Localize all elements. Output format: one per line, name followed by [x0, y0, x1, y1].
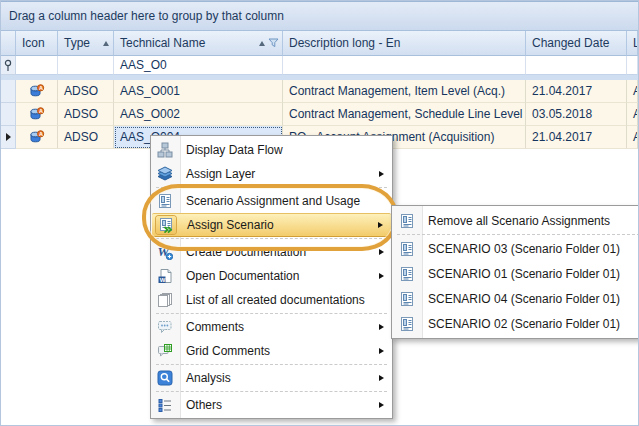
- column-header-description[interactable]: Description long - En: [283, 31, 526, 56]
- menu-item-grid-comments[interactable]: Grid Comments: [151, 339, 392, 363]
- submenu-arrow-icon: [379, 249, 384, 255]
- cell-type[interactable]: ADSO: [58, 80, 114, 103]
- layers-icon: [155, 165, 175, 183]
- adso-icon: A: [29, 84, 45, 98]
- menu-item-create-documentation[interactable]: WCreate Documentation: [151, 240, 392, 264]
- grid-comment-icon: [155, 342, 175, 360]
- sort-asc-icon: [103, 41, 109, 46]
- group-by-panel[interactable]: Drag a column header here to group by th…: [1, 1, 638, 31]
- svg-text:A: A: [38, 85, 42, 91]
- column-header-type[interactable]: Type: [58, 31, 114, 56]
- submenu-arrow-icon: [379, 375, 384, 381]
- cell-description[interactable]: Contract Management, Schedule Line Level…: [283, 103, 526, 126]
- submenu-arrow-icon: [379, 171, 384, 177]
- table-row[interactable]: AADSOAAS_O002Contract Management, Schedu…: [1, 103, 638, 126]
- menu-item-open-documentation[interactable]: WOpen Documentation: [151, 264, 392, 288]
- menu-item-assign-layer[interactable]: Assign Layer: [151, 162, 392, 186]
- adso-icon: A: [29, 130, 45, 144]
- svg-text:A: A: [38, 131, 42, 137]
- scenario-doc-icon: [155, 192, 175, 210]
- cell-last[interactable]: AD: [627, 103, 638, 126]
- menu-item-scenario-02-scenario-folder-01[interactable]: SCENARIO 02 (Scenario Folder 01): [392, 311, 639, 336]
- menu-item-scenario-03-scenario-folder-01[interactable]: SCENARIO 03 (Scenario Folder 01): [392, 236, 639, 261]
- menu-item-assign-scenario[interactable]: Assign Scenario: [152, 213, 391, 237]
- filter-cell-icon[interactable]: [16, 56, 58, 75]
- filter-pin-icon: [3, 59, 13, 72]
- menu-item-display-data-flow[interactable]: Display Data Flow: [151, 138, 392, 162]
- assign-scenario-submenu: Remove all Scenario AssignmentsSCENARIO …: [391, 205, 639, 339]
- word-create-icon: W: [155, 243, 175, 261]
- column-header-icon[interactable]: Icon: [16, 31, 58, 56]
- sort-asc-icon: [259, 41, 265, 46]
- cell-technical-name[interactable]: AAS_O001: [114, 80, 283, 103]
- filter-cell-technical-name[interactable]: AAS_O0: [114, 56, 283, 75]
- submenu-arrow-icon: [379, 273, 384, 279]
- scenario-item-icon: [397, 265, 417, 283]
- filter-cell-type[interactable]: [58, 56, 114, 75]
- menu-item-comments[interactable]: Comments: [151, 315, 392, 339]
- group-by-hint-text: Drag a column header here to group by th…: [9, 9, 284, 23]
- cell-last[interactable]: AD: [627, 126, 638, 149]
- submenu-arrow-icon: [379, 348, 384, 354]
- menu-item-remove-all-scenario-assignments[interactable]: Remove all Scenario Assignments: [392, 208, 639, 233]
- cell-description[interactable]: Contract Management, Item Level (Acq.): [283, 80, 526, 103]
- submenu-arrow-icon: [378, 222, 383, 228]
- submenu-arrow-icon: [379, 324, 384, 330]
- cell-icon[interactable]: A: [16, 126, 58, 149]
- filter-cell-changed-date[interactable]: [526, 56, 627, 75]
- scenario-item-icon: [397, 212, 417, 230]
- table-row[interactable]: AADSOAAS_O001Contract Management, Item L…: [1, 80, 638, 103]
- cell-icon[interactable]: A: [16, 80, 58, 103]
- menu-item-scenario-04-scenario-folder-01[interactable]: SCENARIO 04 (Scenario Folder 01): [392, 286, 639, 311]
- row-indicator: [1, 103, 16, 126]
- scenario-item-icon: [397, 290, 417, 308]
- svg-text:W: W: [160, 277, 166, 283]
- indicator-column-header: [1, 31, 16, 56]
- cell-changed-date[interactable]: 21.04.2017: [526, 80, 627, 103]
- copy-pages-icon: [155, 291, 175, 309]
- cell-changed-date[interactable]: 03.05.2018: [526, 103, 627, 126]
- menu-item-analysis[interactable]: Analysis: [151, 366, 392, 390]
- filter-funnel-icon[interactable]: [268, 38, 279, 48]
- cell-last[interactable]: AD: [627, 80, 638, 103]
- menu-item-list-of-all-created-documentations[interactable]: List of all created documentations: [151, 288, 392, 312]
- row-indicator: [1, 80, 16, 103]
- svg-text:A: A: [38, 108, 42, 114]
- scenario-item-icon: [397, 240, 417, 258]
- magnifier-icon: [155, 369, 175, 387]
- filter-cell-description[interactable]: [283, 56, 526, 75]
- scenario-item-icon: [397, 315, 417, 333]
- word-open-icon: W: [155, 267, 175, 285]
- menu-item-scenario-01-scenario-folder-01[interactable]: SCENARIO 01 (Scenario Folder 01): [392, 261, 639, 286]
- context-menu: Display Data FlowAssign LayerScenario As…: [150, 135, 393, 419]
- auto-filter-row: AAS_O0: [1, 56, 638, 75]
- column-header-technical-name[interactable]: Technical Name: [114, 31, 283, 56]
- assign-scenario-icon: [156, 216, 176, 234]
- adso-icon: A: [29, 107, 45, 121]
- focused-row-arrow-icon: [6, 133, 11, 141]
- menu-item-others[interactable]: Others: [151, 393, 392, 417]
- column-header-row: Icon Type Technical Name Description lon…: [1, 31, 638, 56]
- column-header-last[interactable]: La: [627, 31, 638, 56]
- column-header-changed-date[interactable]: Changed Date: [526, 31, 627, 56]
- cell-changed-date[interactable]: 21.04.2017: [526, 126, 627, 149]
- data-flow-icon: [155, 141, 175, 159]
- list-icon: [155, 396, 175, 414]
- filter-cell-last[interactable]: [627, 56, 638, 75]
- row-indicator: [1, 126, 16, 149]
- comment-icon: [155, 318, 175, 336]
- cell-technical-name[interactable]: AAS_O002: [114, 103, 283, 126]
- cell-icon[interactable]: A: [16, 103, 58, 126]
- cell-type[interactable]: ADSO: [58, 126, 114, 149]
- cell-type[interactable]: ADSO: [58, 103, 114, 126]
- filter-row-indicator: [1, 56, 16, 75]
- submenu-arrow-icon: [379, 402, 384, 408]
- menu-item-scenario-assignment-and-usage[interactable]: Scenario Assignment and Usage: [151, 189, 392, 213]
- object-grid-window: Drag a column header here to group by th…: [0, 0, 639, 426]
